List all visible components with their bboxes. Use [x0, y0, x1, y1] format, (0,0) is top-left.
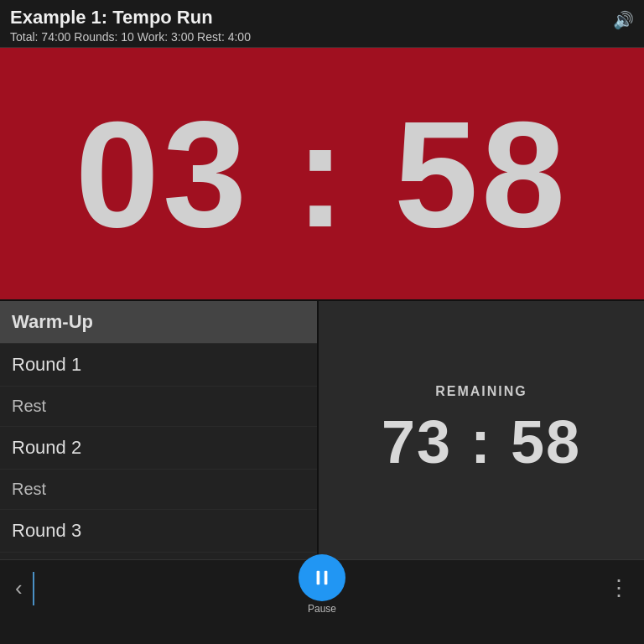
list-item-warmup[interactable]: Warm-Up [0, 301, 317, 344]
list-item-round1[interactable]: Round 1 [0, 344, 317, 387]
list-item-round3[interactable]: Round 3 [0, 510, 317, 553]
sound-icon[interactable]: 🔊 [613, 10, 634, 30]
timer-value: 03 : 58 [75, 87, 569, 261]
app-title: Example 1: Tempo Run [10, 7, 251, 29]
list-item-rest1[interactable]: Rest [0, 387, 317, 427]
remaining-time: 73 : 58 [382, 408, 581, 476]
divider [33, 572, 34, 605]
bottom-center: Pause [299, 554, 345, 615]
list-item-rest3[interactable]: Rest [0, 553, 317, 559]
timer-display: 03 : 58 [0, 48, 644, 299]
pause-label: Pause [308, 603, 336, 615]
header-left: Example 1: Tempo Run Total: 74:00 Rounds… [10, 7, 251, 44]
bottom-left: ‹ [0, 569, 34, 608]
svg-rect-0 [317, 571, 320, 585]
round-list: Warm-Up Round 1 Rest Round 2 Rest Round … [0, 301, 319, 559]
back-button[interactable]: ‹ [8, 569, 29, 608]
list-item-rest2[interactable]: Rest [0, 470, 317, 510]
remaining-panel: REMAINING 73 : 58 [319, 301, 644, 559]
list-item-round2[interactable]: Round 2 [0, 427, 317, 470]
pause-button[interactable] [299, 554, 345, 601]
bottom-right: ⋮ [608, 575, 644, 601]
middle-section: Warm-Up Round 1 Rest Round 2 Rest Round … [0, 299, 644, 559]
remaining-label: REMAINING [435, 384, 527, 399]
bottom-bar: ‹ Pause ⋮ [0, 559, 644, 616]
pause-icon [313, 569, 331, 587]
svg-rect-1 [325, 571, 328, 585]
header: Example 1: Tempo Run Total: 74:00 Rounds… [0, 0, 644, 48]
header-meta: Total: 74:00 Rounds: 10 Work: 3:00 Rest:… [10, 30, 251, 44]
more-button[interactable]: ⋮ [608, 575, 631, 601]
